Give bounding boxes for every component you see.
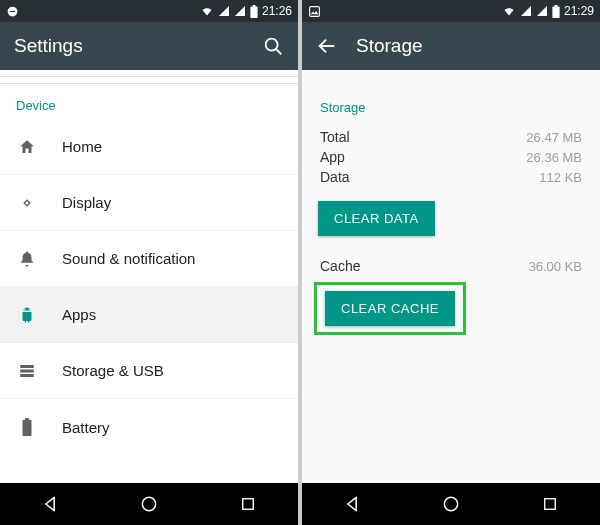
svg-point-6 — [26, 201, 29, 204]
row-value: 36.00 KB — [529, 259, 583, 274]
list-item-storage[interactable]: Storage & USB — [0, 343, 298, 399]
storage-icon — [16, 362, 38, 380]
dnd-icon — [6, 5, 19, 18]
settings-body: Device Home Display Sound & notification… — [0, 70, 298, 483]
svg-line-5 — [276, 49, 281, 54]
image-icon — [308, 5, 321, 18]
screen-settings: 21:26 Settings Device Home Display — [0, 0, 298, 525]
clear-data-wrap: CLEAR DATA — [302, 187, 600, 250]
list-item-apps[interactable]: Apps — [0, 287, 298, 343]
row-cache: Cache 36.00 KB — [302, 256, 600, 276]
row-label: Data — [320, 169, 350, 185]
battery-icon — [16, 418, 38, 436]
nav-home-icon[interactable] — [129, 494, 169, 514]
svg-rect-20 — [545, 499, 556, 510]
svg-rect-3 — [253, 5, 256, 7]
list-item-label: Apps — [62, 306, 282, 323]
svg-rect-1 — [10, 10, 15, 11]
svg-rect-2 — [250, 6, 257, 18]
home-icon — [16, 138, 38, 156]
divider — [0, 76, 298, 84]
wifi-icon — [200, 5, 214, 17]
nav-home-icon[interactable] — [431, 494, 471, 514]
signal-icon — [536, 5, 548, 17]
signal-icon — [520, 5, 532, 17]
row-label: Cache — [320, 258, 360, 274]
row-label: App — [320, 149, 345, 165]
row-value: 26.36 MB — [526, 150, 582, 165]
list-item-display[interactable]: Display — [0, 175, 298, 231]
search-icon[interactable] — [262, 35, 284, 57]
wifi-icon — [502, 5, 516, 17]
svg-point-14 — [142, 497, 155, 510]
nav-back-icon[interactable] — [30, 494, 70, 514]
clear-cache-button[interactable]: CLEAR CACHE — [325, 291, 455, 326]
section-label-device: Device — [0, 84, 298, 119]
list-item-sound[interactable]: Sound & notification — [0, 231, 298, 287]
row-label: Total — [320, 129, 350, 145]
nav-recent-icon[interactable] — [530, 495, 570, 513]
page-title: Settings — [14, 35, 244, 57]
back-icon[interactable] — [316, 35, 338, 57]
nav-bar — [0, 483, 298, 525]
bell-icon — [16, 250, 38, 268]
status-time: 21:26 — [262, 4, 292, 18]
nav-recent-icon[interactable] — [228, 495, 268, 513]
status-time: 21:29 — [564, 4, 594, 18]
svg-point-4 — [266, 39, 278, 51]
svg-rect-10 — [20, 369, 34, 372]
svg-rect-17 — [552, 6, 559, 18]
page-title: Storage — [356, 35, 586, 57]
battery-icon — [250, 5, 258, 18]
list-item-label: Storage & USB — [62, 362, 282, 379]
list-item-label: Display — [62, 194, 282, 211]
svg-rect-18 — [555, 5, 558, 7]
battery-icon — [552, 5, 560, 18]
svg-rect-12 — [23, 420, 32, 436]
storage-body: Storage Total 26.47 MB App 26.36 MB Data… — [302, 70, 600, 483]
svg-rect-16 — [310, 6, 320, 16]
highlight-box: CLEAR CACHE — [314, 282, 466, 335]
svg-rect-15 — [243, 499, 254, 510]
list-item-label: Sound & notification — [62, 250, 282, 267]
clear-data-button[interactable]: CLEAR DATA — [318, 201, 435, 236]
list-item-home[interactable]: Home — [0, 119, 298, 175]
status-bar: 21:26 — [0, 0, 298, 22]
svg-point-19 — [444, 497, 457, 510]
status-bar: 21:29 — [302, 0, 600, 22]
row-total: Total 26.47 MB — [302, 127, 600, 147]
list-item-battery[interactable]: Battery — [0, 399, 298, 455]
nav-bar — [302, 483, 600, 525]
list-item-label: Battery — [62, 419, 282, 436]
app-bar: Storage — [302, 22, 600, 70]
app-bar: Settings — [0, 22, 298, 70]
brightness-icon — [16, 194, 38, 212]
svg-point-8 — [29, 308, 30, 309]
screen-storage: 21:29 Storage Storage Total 26.47 MB App… — [302, 0, 600, 525]
svg-point-7 — [24, 308, 25, 309]
svg-rect-13 — [25, 418, 29, 421]
row-value: 112 KB — [539, 170, 582, 185]
row-data: Data 112 KB — [302, 167, 600, 187]
svg-rect-11 — [20, 374, 34, 377]
signal-icon — [234, 5, 246, 17]
signal-icon — [218, 5, 230, 17]
device-list: Home Display Sound & notification Apps S — [0, 119, 298, 455]
section-label-storage: Storage — [302, 70, 600, 127]
row-value: 26.47 MB — [526, 130, 582, 145]
android-icon — [16, 306, 38, 324]
svg-rect-9 — [20, 365, 34, 368]
list-item-label: Home — [62, 138, 282, 155]
nav-back-icon[interactable] — [332, 494, 372, 514]
row-app: App 26.36 MB — [302, 147, 600, 167]
